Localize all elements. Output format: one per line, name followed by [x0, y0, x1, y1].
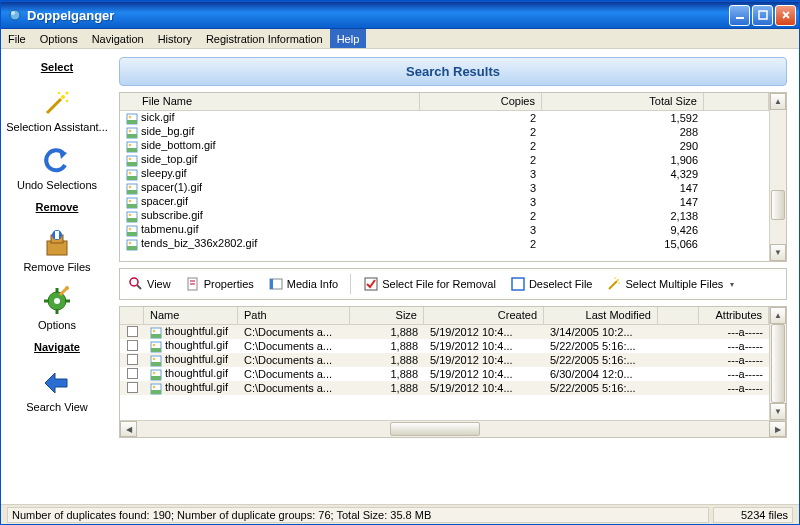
image-file-icon	[150, 383, 162, 395]
vertical-scrollbar[interactable]: ▲ ▼	[769, 93, 786, 261]
table-row[interactable]: side_bottom.gif2290	[120, 139, 769, 153]
image-file-icon	[126, 197, 138, 209]
status-filecount: 5234 files	[713, 507, 793, 523]
sidebar-remove-files[interactable]: Remove Files	[5, 223, 109, 277]
column-modified[interactable]: Last Modified	[544, 307, 658, 324]
view-button[interactable]: View	[124, 274, 175, 294]
svg-rect-66	[151, 362, 161, 366]
menu-history[interactable]: History	[151, 29, 199, 48]
table-row[interactable]: tabmenu.gif39,426	[120, 223, 769, 237]
table-row[interactable]: thoughtful.gifC:\Documents a...1,8885/19…	[120, 325, 769, 339]
image-file-icon	[150, 355, 162, 367]
svg-rect-32	[127, 176, 137, 180]
column-created[interactable]: Created	[424, 307, 544, 324]
statusbar: Number of duplicates found: 190; Number …	[1, 504, 799, 524]
select-multiple-button[interactable]: Select Multiple Files▾	[602, 274, 738, 294]
results-table-header: File Name Copies Total Size	[120, 93, 769, 111]
panel-header: Search Results	[119, 57, 787, 86]
svg-point-0	[10, 10, 20, 20]
close-button[interactable]	[775, 5, 796, 26]
column-copies[interactable]: Copies	[420, 93, 542, 110]
svg-point-18	[65, 286, 69, 290]
scroll-up-button[interactable]: ▲	[770, 307, 786, 324]
scroll-up-button[interactable]: ▲	[770, 93, 786, 110]
row-checkbox[interactable]	[120, 382, 144, 395]
svg-point-57	[615, 277, 617, 279]
menu-file[interactable]: File	[1, 29, 33, 48]
select-for-removal-button[interactable]: Select File for Removal	[359, 274, 500, 294]
sidebar-selection-assistant[interactable]: Selection Assistant...	[5, 83, 109, 137]
media-info-button[interactable]: Media Info	[264, 274, 342, 294]
column-name[interactable]: Name	[144, 307, 238, 324]
row-checkbox[interactable]	[120, 368, 144, 381]
sidebar-undo-selections[interactable]: Undo Selections	[5, 141, 109, 195]
column-totalsize[interactable]: Total Size	[542, 93, 704, 110]
undo-icon	[41, 145, 73, 177]
svg-rect-63	[151, 348, 161, 352]
table-row[interactable]: sick.gif21,592	[120, 111, 769, 125]
menu-navigation[interactable]: Navigation	[85, 29, 151, 48]
media-icon	[268, 276, 284, 292]
image-file-icon	[150, 341, 162, 353]
image-file-icon	[126, 155, 138, 167]
details-table-body[interactable]: thoughtful.gifC:\Documents a...1,8885/19…	[120, 325, 769, 420]
menu-options[interactable]: Options	[33, 29, 85, 48]
deselect-file-button[interactable]: Deselect File	[506, 274, 597, 294]
column-attributes[interactable]: Attributes	[699, 307, 769, 324]
table-row[interactable]: tends_biz_336x2802.gif215,066	[120, 237, 769, 251]
svg-point-7	[66, 100, 68, 102]
table-row[interactable]: sleepy.gif34,329	[120, 167, 769, 181]
table-row[interactable]: subscribe.gif22,138	[120, 209, 769, 223]
svg-rect-60	[151, 334, 161, 338]
maximize-button[interactable]	[752, 5, 773, 26]
sidebar-heading-navigate: Navigate	[34, 341, 80, 353]
svg-point-21	[129, 115, 132, 118]
titlebar[interactable]: Doppelganger	[1, 1, 799, 29]
table-row[interactable]: thoughtful.gifC:\Documents a...1,8885/19…	[120, 381, 769, 395]
table-row[interactable]: thoughtful.gifC:\Documents a...1,8885/19…	[120, 339, 769, 353]
table-row[interactable]: thoughtful.gifC:\Documents a...1,8885/19…	[120, 367, 769, 381]
svg-rect-44	[127, 232, 137, 236]
scroll-left-button[interactable]: ◀	[120, 421, 137, 437]
row-checkbox[interactable]	[120, 326, 144, 339]
scroll-thumb[interactable]	[771, 324, 785, 403]
column-filename[interactable]: File Name	[120, 93, 420, 110]
vertical-scrollbar[interactable]: ▲ ▼	[769, 307, 786, 420]
column-size[interactable]: Size	[350, 307, 424, 324]
sidebar-search-view[interactable]: Search View	[5, 363, 109, 417]
svg-rect-69	[151, 376, 161, 380]
sidebar: SelectSelection Assistant...Undo Selecti…	[1, 49, 113, 504]
svg-rect-26	[127, 148, 137, 152]
scroll-right-button[interactable]: ▶	[769, 421, 786, 437]
svg-rect-2	[736, 17, 744, 19]
scroll-thumb[interactable]	[390, 422, 480, 436]
window-controls	[729, 5, 796, 26]
table-row[interactable]: side_top.gif21,906	[120, 153, 769, 167]
scroll-down-button[interactable]: ▼	[770, 244, 786, 261]
scroll-down-button[interactable]: ▼	[770, 403, 786, 420]
svg-point-49	[130, 278, 138, 286]
svg-rect-53	[270, 279, 273, 289]
results-table-body[interactable]: sick.gif21,592side_bg.gif2288side_bottom…	[120, 111, 769, 261]
svg-point-4	[61, 95, 65, 99]
svg-point-58	[619, 282, 621, 284]
svg-point-42	[129, 213, 132, 216]
scroll-thumb[interactable]	[771, 190, 785, 220]
svg-point-30	[129, 157, 132, 160]
row-checkbox[interactable]	[120, 354, 144, 367]
table-row[interactable]: side_bg.gif2288	[120, 125, 769, 139]
properties-button[interactable]: Properties	[181, 274, 258, 294]
sidebar-options[interactable]: Options	[5, 281, 109, 335]
menu-help[interactable]: Help	[330, 29, 367, 48]
menu-registration-information[interactable]: Registration Information	[199, 29, 330, 48]
column-path[interactable]: Path	[238, 307, 350, 324]
table-row[interactable]: thoughtful.gifC:\Documents a...1,8885/19…	[120, 353, 769, 367]
horizontal-scrollbar[interactable]: ◀ ▶	[120, 420, 786, 437]
image-file-icon	[126, 127, 138, 139]
arrow-left-icon	[41, 367, 73, 399]
svg-point-45	[129, 227, 132, 230]
minimize-button[interactable]	[729, 5, 750, 26]
table-row[interactable]: spacer(1).gif3147	[120, 181, 769, 195]
row-checkbox[interactable]	[120, 340, 144, 353]
table-row[interactable]: spacer.gif3147	[120, 195, 769, 209]
